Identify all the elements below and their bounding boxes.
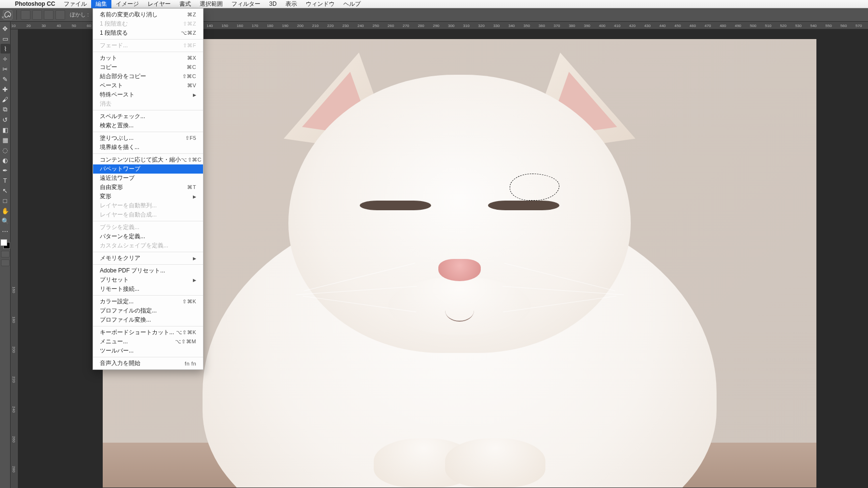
zoom-tool[interactable]: 🔍 xyxy=(0,216,10,226)
menu-イメージ[interactable]: イメージ xyxy=(111,0,143,8)
quick-mask-icon[interactable] xyxy=(1,251,10,258)
menu-item-ツールバー[interactable]: ツールバー... xyxy=(93,346,203,355)
ruler-tick: 140 xyxy=(206,24,213,28)
menu-ファイル[interactable]: ファイル xyxy=(59,0,91,8)
menu-item-label: ツールバー... xyxy=(100,347,196,355)
active-tool-icon[interactable] xyxy=(3,10,13,20)
ruler-tick: 200 xyxy=(297,24,303,28)
magic-wand-tool[interactable]: ✧ xyxy=(0,54,10,64)
menu-item-結合部分をコピー[interactable]: 結合部分をコピー⇧⌘C xyxy=(93,72,203,81)
menu-item-label: レイヤーを自動整列... xyxy=(100,202,196,210)
menu-item-label: プロファイル変換... xyxy=(100,316,196,324)
ruler-tick: 350 xyxy=(524,24,530,28)
gradient-tool[interactable]: ▦ xyxy=(0,135,10,145)
selection-mode-subtract-icon[interactable] xyxy=(44,10,54,20)
ruler-tick: 240 xyxy=(12,406,16,412)
eyedropper-tool[interactable]: ✎ xyxy=(0,74,10,84)
menu-separator xyxy=(93,357,203,357)
rectangle-tool[interactable]: □ xyxy=(0,196,10,205)
menu-item-AdobePDFプリセット[interactable]: Adobe PDF プリセット... xyxy=(93,266,203,275)
menu-item-音声入力を開始[interactable]: 音声入力を開始fn fn xyxy=(93,359,203,368)
more-tools[interactable]: ⋯ xyxy=(0,226,10,236)
hand-tool[interactable]: ✋ xyxy=(0,206,10,216)
selection-mode-intersect-icon[interactable] xyxy=(55,10,65,20)
ruler-tick: 450 xyxy=(675,24,681,28)
menu-ウィンドウ[interactable]: ウィンドウ xyxy=(301,0,339,8)
screen-mode-icon[interactable] xyxy=(1,259,10,266)
menu-item-パペットワープ[interactable]: パペットワープ xyxy=(93,164,203,174)
menu-item-label: レイヤーを自動合成... xyxy=(100,211,196,219)
menu-item-プリセット[interactable]: プリセット▶ xyxy=(93,275,203,285)
menu-item-フェード: フェード...⇧⌘F xyxy=(93,41,203,50)
menu-item-スペルチェック[interactable]: スペルチェック... xyxy=(93,112,203,121)
menu-item-label: コピー xyxy=(100,63,187,71)
menu-item-カラー設定[interactable]: カラー設定...⇧⌘K xyxy=(93,297,203,306)
menu-item-メモリをクリア[interactable]: メモリをクリア▶ xyxy=(93,254,203,263)
ruler-tick: 330 xyxy=(493,24,500,28)
tools-panel: ✥▭⌇✧✂✎✚🖌⧉↺◧▦◌◐✒T↖□✋🔍⋯ xyxy=(0,22,11,488)
menu-レイヤー[interactable]: レイヤー xyxy=(143,0,175,8)
move-tool[interactable]: ✥ xyxy=(0,24,10,33)
app-name[interactable]: Photoshop CC xyxy=(11,0,59,7)
menu-item-メニュー[interactable]: メニュー...⌥⇧⌘M xyxy=(93,337,203,346)
ruler-tick: 280 xyxy=(12,466,16,472)
brush-tool[interactable]: 🖌 xyxy=(0,95,10,104)
ruler-tick: 50 xyxy=(72,24,76,28)
menu-item-label: ブラシを定義... xyxy=(100,223,196,231)
menu-item-コンテンツに応じて拡大・縮小[interactable]: コンテンツに応じて拡大・縮小⌥⇧⌘C xyxy=(93,155,203,164)
menu-item-shortcut: ⇧⌘K xyxy=(182,298,196,305)
menu-item-パターンを定義[interactable]: パターンを定義... xyxy=(93,232,203,241)
type-tool[interactable]: T xyxy=(0,176,10,185)
menu-item-リモート接続[interactable]: リモート接続... xyxy=(93,285,203,294)
menu-item-検索と置換[interactable]: 検索と置換... xyxy=(93,121,203,130)
menu-item-プロファイルの指定[interactable]: プロファイルの指定... xyxy=(93,306,203,315)
ruler-tick: 400 xyxy=(599,24,605,28)
dodge-tool[interactable]: ◐ xyxy=(0,155,10,165)
menu-item-ペースト[interactable]: ペースト⌘V xyxy=(93,81,203,90)
menu-3D[interactable]: 3D xyxy=(265,0,281,8)
menu-item-変形[interactable]: 変形▶ xyxy=(93,192,203,201)
menu-選択範囲[interactable]: 選択範囲 xyxy=(195,0,227,8)
selection-mode-add-icon[interactable] xyxy=(32,10,42,20)
menu-item-キーボードショートカット[interactable]: キーボードショートカット...⌥⇧⌘K xyxy=(93,328,203,337)
history-brush-tool[interactable]: ↺ xyxy=(0,115,10,124)
ruler-tick: 490 xyxy=(735,24,741,28)
menu-item-コピー[interactable]: コピー⌘C xyxy=(93,63,203,72)
menu-item-プロファイル変換[interactable]: プロファイル変換... xyxy=(93,315,203,325)
blur-tool[interactable]: ◌ xyxy=(0,145,10,155)
crop-tool[interactable]: ✂ xyxy=(0,64,10,74)
pen-tool[interactable]: ✒ xyxy=(0,165,10,175)
eraser-tool[interactable]: ◧ xyxy=(0,125,10,135)
color-swatches[interactable] xyxy=(0,239,10,249)
menu-item-自由変形[interactable]: 自由変形⌘T xyxy=(93,183,203,192)
lasso-tool[interactable]: ⌇ xyxy=(0,44,10,54)
clone-stamp-tool[interactable]: ⧉ xyxy=(0,105,10,114)
document-tab-close-icon[interactable]: × xyxy=(1,15,4,20)
menu-item-1段階戻る[interactable]: 1 段階戻る⌥⌘Z xyxy=(93,28,203,38)
menu-書式[interactable]: 書式 xyxy=(175,0,195,8)
selection-mode-new-icon[interactable] xyxy=(21,10,30,20)
menu-item-カット[interactable]: カット⌘X xyxy=(93,54,203,63)
menu-item-ブラシを定義: ブラシを定義... xyxy=(93,223,203,232)
menu-フィルター[interactable]: フィルター xyxy=(227,0,265,8)
menu-item-label: カスタムシェイプを定義... xyxy=(100,242,196,250)
spot-healing-tool[interactable]: ✚ xyxy=(0,84,10,94)
ruler-tick: 170 xyxy=(252,24,258,28)
menu-item-遠近法ワープ[interactable]: 遠近法ワープ xyxy=(93,174,203,183)
document-canvas[interactable] xyxy=(103,39,816,488)
menu-item-特殊ペースト[interactable]: 特殊ペースト▶ xyxy=(93,90,203,99)
path-selection-tool[interactable]: ↖ xyxy=(0,186,10,195)
menu-item-境界線を描く[interactable]: 境界線を描く... xyxy=(93,143,203,152)
menu-item-名前の変更の取り消し[interactable]: 名前の変更の取り消し⌘Z xyxy=(93,10,203,19)
ruler-tick: 250 xyxy=(373,24,379,28)
rectangular-marquee-tool[interactable]: ▭ xyxy=(0,34,10,43)
ruler-tick: 300 xyxy=(448,24,454,28)
submenu-arrow-icon: ▶ xyxy=(193,194,196,199)
menu-ヘルプ[interactable]: ヘルプ xyxy=(339,0,365,8)
menu-item-shortcut: ⌥⇧⌘M xyxy=(175,339,196,345)
menu-編集[interactable]: 編集 xyxy=(91,0,111,8)
image-content xyxy=(103,39,816,488)
menu-item-label: パペットワープ xyxy=(100,165,196,173)
menu-表示[interactable]: 表示 xyxy=(281,0,301,8)
menu-item-塗りつぶし[interactable]: 塗りつぶし...⇧F5 xyxy=(93,134,203,143)
